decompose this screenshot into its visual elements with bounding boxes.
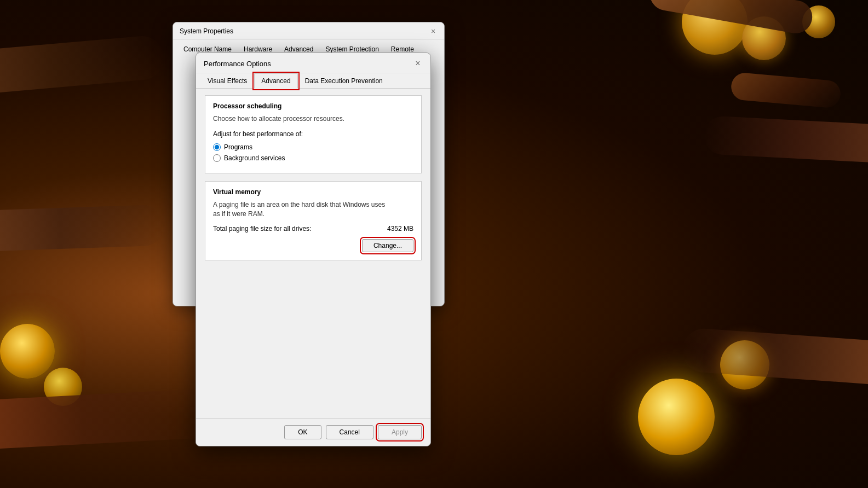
tab-data-execution-prevention[interactable]: Data Execution Prevention <box>298 73 390 89</box>
perf-body: Processor scheduling Choose how to alloc… <box>196 89 430 418</box>
programs-radio-label[interactable]: Programs <box>224 143 252 151</box>
perf-titlebar: Performance Options × <box>196 53 430 73</box>
virtual-memory-desc: A paging file is an area on the hard dis… <box>213 200 413 219</box>
background-services-radio-label[interactable]: Background services <box>224 154 285 162</box>
paging-label: Total paging file size for all drives: <box>213 225 311 233</box>
paging-file-row: Total paging file size for all drives: 4… <box>213 225 413 233</box>
apply-button[interactable]: Apply <box>378 425 422 439</box>
adjust-label: Adjust for best performance of: <box>213 130 413 138</box>
system-props-title: System Properties <box>180 27 233 35</box>
processor-scheduling-title: Processor scheduling <box>213 102 413 110</box>
perf-title: Performance Options <box>204 60 271 68</box>
background-services-radio[interactable] <box>213 154 221 162</box>
virtual-memory-title: Virtual memory <box>213 188 413 196</box>
programs-radio-row: Programs <box>213 143 413 151</box>
ok-button[interactable]: OK <box>284 425 321 439</box>
perf-close-button[interactable]: × <box>413 59 423 68</box>
change-button[interactable]: Change... <box>362 239 413 252</box>
tab-visual-effects[interactable]: Visual Effects <box>200 73 254 89</box>
tab-advanced[interactable]: Advanced <box>254 73 297 89</box>
perf-footer: OK Cancel Apply <box>196 418 430 446</box>
virtual-memory-section: Virtual memory A paging file is an area … <box>205 181 422 261</box>
processor-scheduling-section: Processor scheduling Choose how to alloc… <box>205 95 422 173</box>
programs-radio[interactable] <box>213 143 221 151</box>
processor-scheduling-desc: Choose how to allocate processor resourc… <box>213 114 413 124</box>
system-props-titlebar: System Properties × <box>173 22 444 39</box>
perf-tabs: Visual Effects Advanced Data Execution P… <box>196 73 430 89</box>
performance-options-dialog: Performance Options × Visual Effects Adv… <box>196 53 431 446</box>
system-props-close-button[interactable]: × <box>429 27 438 36</box>
paging-value: 4352 MB <box>387 225 413 233</box>
background-services-radio-row: Background services <box>213 154 413 162</box>
cancel-button[interactable]: Cancel <box>326 425 373 439</box>
